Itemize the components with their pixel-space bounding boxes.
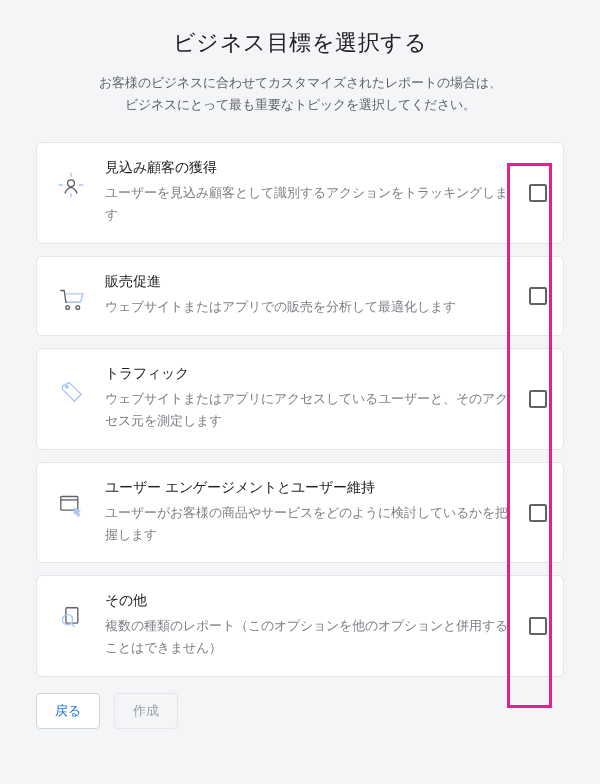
page-subtitle: お客様のビジネスに合わせてカスタマイズされたレポートの場合は、 ビジネスにとって… <box>36 72 564 116</box>
create-button[interactable]: 作成 <box>114 693 178 729</box>
option-label: トラフィック <box>105 365 513 383</box>
svg-rect-5 <box>66 608 78 623</box>
page-title: ビジネス目標を選択する <box>36 28 564 58</box>
button-row: 戻る 作成 <box>36 693 564 729</box>
option-desc: ウェブサイトまたはアプリでの販売を分析して最適化します <box>105 297 513 319</box>
svg-point-3 <box>65 385 69 389</box>
svg-point-1 <box>66 306 70 310</box>
option-traffic[interactable]: トラフィック ウェブサイトまたはアプリにアクセスしているユーザーと、そのアクセス… <box>36 348 564 450</box>
checkbox[interactable] <box>529 504 547 522</box>
option-label: 見込み顧客の獲得 <box>105 159 513 177</box>
option-desc: ウェブサイトまたはアプリにアクセスしているユーザーと、そのアクセス元を測定します <box>105 389 513 433</box>
checkbox[interactable] <box>529 287 547 305</box>
svg-point-2 <box>76 306 80 310</box>
option-other[interactable]: その他 複数の種類のレポート（このオプションを他のオプションと併用することはでき… <box>36 575 564 677</box>
svg-point-0 <box>68 180 75 187</box>
option-sales[interactable]: 販売促進 ウェブサイトまたはアプリでの販売を分析して最適化します <box>36 256 564 336</box>
back-button[interactable]: 戻る <box>36 693 100 729</box>
window-click-icon <box>51 485 91 525</box>
checkbox[interactable] <box>529 390 547 408</box>
option-engagement[interactable]: ユーザー エンゲージメントとユーザー維持 ユーザーがお客様の商品やサービスをどの… <box>36 462 564 564</box>
svg-rect-4 <box>61 496 78 510</box>
option-label: ユーザー エンゲージメントとユーザー維持 <box>105 479 513 497</box>
option-label: 販売促進 <box>105 273 513 291</box>
checkbox[interactable] <box>529 184 547 202</box>
tag-icon <box>51 371 91 411</box>
checkbox[interactable] <box>529 617 547 635</box>
target-person-icon <box>51 165 91 205</box>
magnifier-doc-icon <box>51 598 91 638</box>
cart-icon <box>51 279 91 319</box>
option-desc: ユーザーがお客様の商品やサービスをどのように検討しているかを把握します <box>105 503 513 547</box>
option-label: その他 <box>105 592 513 610</box>
goal-selection-panel: ビジネス目標を選択する お客様のビジネスに合わせてカスタマイズされたレポートの場… <box>0 0 600 749</box>
option-lead-generation[interactable]: 見込み顧客の獲得 ユーザーを見込み顧客として識別するアクションをトラッキングしま… <box>36 142 564 244</box>
option-desc: 複数の種類のレポート（このオプションを他のオプションと併用することはできません） <box>105 616 513 660</box>
option-desc: ユーザーを見込み顧客として識別するアクションをトラッキングします <box>105 183 513 227</box>
